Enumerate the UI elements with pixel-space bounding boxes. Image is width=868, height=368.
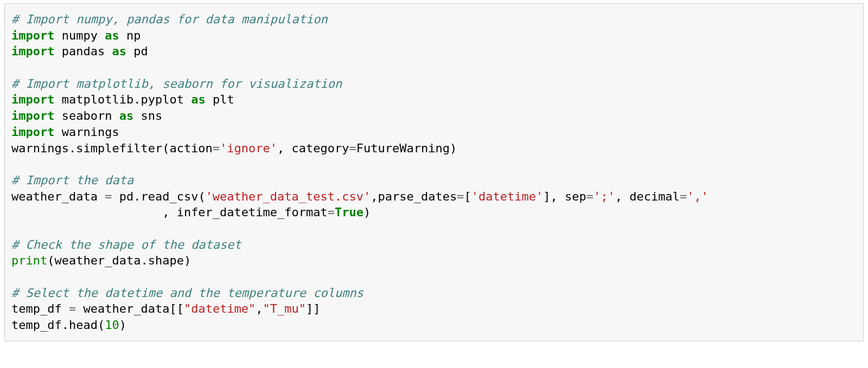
operator-eq: =: [213, 141, 220, 155]
operator-eq: =: [349, 141, 356, 155]
keyword-as: as: [112, 44, 126, 58]
paren-close: ): [363, 205, 371, 219]
comment-line: # Import the data: [11, 173, 133, 187]
arg-parse-dates: ,parse_dates: [371, 190, 457, 203]
paren-close: ): [119, 318, 126, 332]
select-post: ]]: [306, 302, 321, 315]
keyword-import: import: [11, 44, 54, 58]
alias-sns: sns: [141, 109, 162, 122]
call-readcsv: pd.read_csv(: [112, 190, 205, 203]
select-pre: weather_data[[: [76, 302, 184, 315]
alias-pd: pd: [133, 44, 148, 58]
string-ignore: 'ignore': [220, 141, 277, 155]
arg-infer-datetime: , infer_datetime_format: [11, 205, 328, 219]
call-head: temp_df.head(: [11, 318, 105, 332]
bracket-close: ]: [543, 190, 550, 203]
var-temp-df: temp_df: [11, 302, 69, 315]
operator-eq: =: [586, 190, 593, 203]
code-cell: # Import numpy, pandas for data manipula…: [4, 3, 864, 341]
operator-eq: =: [328, 205, 335, 219]
builtin-print: print: [11, 254, 47, 267]
module-matplotlib: matplotlib.pyplot: [62, 93, 184, 106]
operator-eq: =: [457, 190, 464, 203]
keyword-as: as: [119, 109, 134, 122]
futurewarning: FutureWarning): [356, 141, 457, 155]
operator-eq: =: [69, 302, 76, 315]
operator-eq: =: [680, 190, 687, 203]
string-datetime2: "datetime": [184, 302, 256, 315]
arg-sep: , sep: [550, 190, 586, 203]
alias-np: np: [126, 29, 141, 42]
string-tmu: "T_mu": [263, 302, 306, 315]
keyword-as: as: [105, 29, 119, 42]
comment-line: # Check the shape of the dataset: [11, 238, 241, 251]
module-seaborn: seaborn: [62, 109, 112, 122]
operator-eq: =: [105, 190, 112, 203]
comment-line: # Import matplotlib, seaborn for visuali…: [11, 77, 342, 91]
alias-plt: plt: [213, 93, 234, 106]
comma: ,: [256, 302, 263, 315]
const-true: True: [335, 205, 363, 219]
keyword-as: as: [191, 93, 206, 106]
number-ten: 10: [105, 318, 119, 332]
print-arg: (weather_data.shape): [47, 254, 191, 267]
comment-line: # Import numpy, pandas for data manipula…: [11, 12, 328, 26]
keyword-import: import: [11, 125, 54, 139]
keyword-import: import: [11, 29, 54, 42]
string-sep: ';': [593, 190, 615, 203]
arg-category: , category: [277, 141, 349, 155]
string-datetime: 'datetime': [471, 190, 543, 203]
var-weather-data: weather_data: [11, 190, 105, 203]
module-pandas: pandas: [62, 44, 105, 58]
string-decimal: ',': [687, 190, 709, 203]
module-warnings: warnings: [62, 125, 119, 139]
keyword-import: import: [11, 93, 54, 106]
bracket-open: [: [464, 190, 471, 203]
call-simplefilter: warnings.simplefilter(action: [11, 141, 213, 155]
module-numpy: numpy: [62, 29, 98, 42]
keyword-import: import: [11, 109, 54, 122]
string-csvfile: 'weather_data_test.csv': [206, 190, 371, 203]
arg-decimal: , decimal: [615, 190, 680, 203]
comment-line: # Select the datetime and the temperatur…: [11, 286, 363, 300]
